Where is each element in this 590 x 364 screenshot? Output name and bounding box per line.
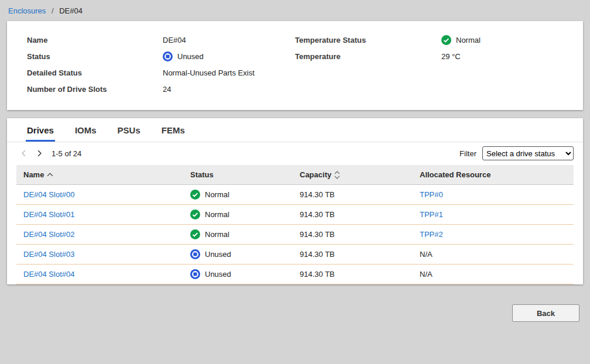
sortable-icon [334,171,340,179]
allocated-resource-link[interactable]: TPP#1 [420,210,443,219]
table-toolbar: 1-5 of 24 Filter Select a drive status [7,142,583,164]
table-row: DE#04 Slot#02Normal914.30 TBTPP#2 [16,225,574,245]
detail-row: NameDE#04 [27,32,295,48]
allocated-resource-value: N/A [420,250,433,259]
drive-link[interactable]: DE#04 Slot#00 [23,190,74,199]
status-unused-icon [163,51,173,61]
allocated-resource-value: N/A [420,270,433,279]
status-normal-icon [190,229,200,239]
filter-label: Filter [459,149,476,158]
drive-status-filter[interactable]: Select a drive status [482,146,574,160]
capacity-cell: 914.30 TB [293,265,413,284]
status-cell: Unused [190,249,286,259]
component-tabs: DrivesIOMsPSUsFEMs [7,118,583,142]
detail-label: Status [27,52,163,61]
status-unused-icon [190,249,200,259]
status-normal-icon [190,210,200,219]
tab-fems[interactable]: FEMs [160,118,186,142]
detail-value: Unused [163,51,204,61]
status-unused-icon [190,269,200,279]
status-cell: Normal [190,210,286,219]
tab-ioms[interactable]: IOMs [74,118,98,142]
breadcrumb: Enclosures / DE#04 [0,0,590,21]
table-header-row: NameStatusCapacityAllocated Resource [16,165,574,185]
breadcrumb-current: DE#04 [59,6,83,15]
detail-row: StatusUnused [27,48,295,64]
detail-label: Temperature Status [295,36,441,44]
status-cell: Unused [190,269,286,279]
tab-psus[interactable]: PSUs [116,118,142,142]
tab-drives[interactable]: Drives [26,118,55,142]
next-page-button[interactable] [32,146,47,160]
detail-value: DE#04 [163,36,186,44]
table-row: DE#04 Slot#01Normal914.30 TBTPP#1 [16,205,574,225]
table-row: DE#04 Slot#00Normal914.30 TBTPP#0 [16,185,574,205]
capacity-cell: 914.30 TB [293,185,413,205]
back-button[interactable]: Back [512,304,579,322]
breadcrumb-separator: / [52,6,54,15]
status-normal-icon [190,190,200,200]
capacity-cell: 914.30 TB [293,225,413,245]
drive-link[interactable]: DE#04 Slot#01 [23,210,74,219]
breadcrumb-link-enclosures[interactable]: Enclosures [8,6,46,15]
drive-link[interactable]: DE#04 Slot#02 [23,230,74,239]
details-left-column: NameDE#04StatusUnusedDetailed StatusNorm… [27,32,295,97]
chevron-right-icon [35,149,43,157]
detail-label: Temperature [295,52,441,61]
detail-row: Temperature StatusNormal [295,32,563,48]
sort-ascending-icon [47,173,53,177]
capacity-cell: 914.30 TB [293,245,413,265]
detail-label: Number of Drive Slots [27,85,163,94]
status-cell: Normal [190,190,286,200]
column-header-capacity[interactable]: Capacity [293,165,413,185]
drive-link[interactable]: DE#04 Slot#04 [23,270,74,279]
allocated-resource-link[interactable]: TPP#0 [420,190,443,199]
detail-value: 24 [163,85,171,94]
detail-label: Name [27,36,163,44]
details-right-column: Temperature StatusNormalTemperature29 °C [295,32,563,97]
pagination-range: 1-5 of 24 [52,149,81,158]
drives-table: NameStatusCapacityAllocated Resource DE#… [16,165,574,284]
table-row: DE#04 Slot#04Unused914.30 TBN/A [16,265,574,284]
column-header-allocated-resource[interactable]: Allocated Resource [413,165,574,185]
status-cell: Normal [190,229,286,239]
column-header-status[interactable]: Status [183,165,293,185]
footer: Back [0,298,590,328]
detail-row: Detailed StatusNormal-Unused Parts Exist [27,64,295,81]
drive-link[interactable]: DE#04 Slot#03 [23,250,74,259]
detail-row: Number of Drive Slots24 [27,81,295,97]
detail-label: Detailed Status [27,68,163,77]
detail-value: Normal [441,35,481,45]
prev-page-button[interactable] [16,146,32,160]
detail-value: 29 °C [441,52,461,61]
capacity-cell: 914.30 TB [293,205,413,225]
status-normal-icon [441,35,451,45]
enclosure-details-card: NameDE#04StatusUnusedDetailed StatusNorm… [7,21,583,110]
chevron-left-icon [20,149,28,157]
table-row: DE#04 Slot#03Unused914.30 TBN/A [16,245,574,265]
table-body: DE#04 Slot#00Normal914.30 TBTPP#0DE#04 S… [16,185,574,284]
detail-row: Temperature29 °C [295,48,563,64]
detail-value: Normal-Unused Parts Exist [163,68,255,77]
components-card: DrivesIOMsPSUsFEMs 1-5 of 24 Filter Sele… [7,118,583,284]
allocated-resource-link[interactable]: TPP#2 [420,230,443,239]
column-header-name[interactable]: Name [16,165,183,185]
